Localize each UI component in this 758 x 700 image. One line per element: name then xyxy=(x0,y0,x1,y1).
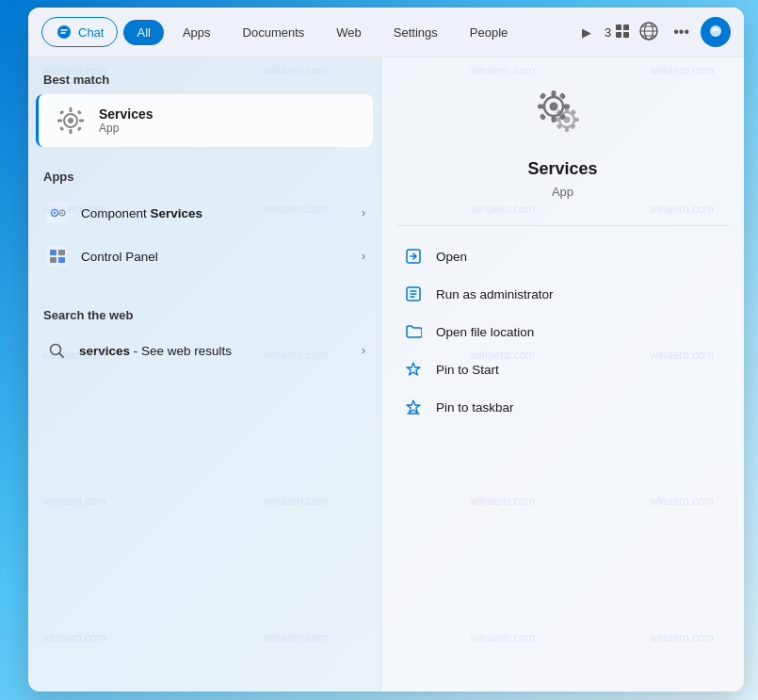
app-detail-name: Services xyxy=(527,159,597,179)
globe-icon xyxy=(638,21,659,44)
search-web-item[interactable]: services - See web results › xyxy=(28,330,380,371)
svg-line-32 xyxy=(59,353,63,357)
run-admin-icon xyxy=(404,285,423,303)
chevron-icon: › xyxy=(362,206,365,220)
pin-taskbar-icon xyxy=(404,398,423,416)
svg-rect-13 xyxy=(70,107,73,112)
svg-rect-29 xyxy=(50,257,56,263)
settings-label: Settings xyxy=(394,25,438,40)
cortana-icon xyxy=(707,23,724,42)
web-label: Web xyxy=(336,25,362,40)
svg-rect-15 xyxy=(57,120,62,122)
component-services-left: Component Services xyxy=(43,199,202,227)
svg-rect-3 xyxy=(616,32,621,38)
best-match-title: Services xyxy=(99,106,153,122)
svg-rect-27 xyxy=(50,250,56,255)
best-match-label: Best match xyxy=(28,57,380,94)
apps-grid-icon xyxy=(615,24,630,41)
svg-rect-45 xyxy=(551,90,556,97)
search-web-section: Search the web services - See web result… xyxy=(28,285,380,379)
more-icon: ••• xyxy=(673,24,689,40)
tab-people[interactable]: People xyxy=(457,20,521,45)
list-item[interactable]: Component Services › xyxy=(28,191,380,235)
pin-start-icon xyxy=(404,360,423,379)
tab-chat[interactable]: Chat xyxy=(41,17,118,47)
globe-button[interactable] xyxy=(636,19,662,45)
svg-point-12 xyxy=(68,118,73,123)
svg-rect-48 xyxy=(563,105,570,109)
people-label: People xyxy=(470,25,508,40)
svg-rect-17 xyxy=(59,110,64,115)
run-admin-action[interactable]: Run as administrator xyxy=(381,275,744,313)
chevron-icon: › xyxy=(362,344,365,357)
svg-point-44 xyxy=(549,103,557,111)
tab-documents[interactable]: Documents xyxy=(230,20,318,45)
open-action[interactable]: Open xyxy=(381,237,744,275)
pin-taskbar-action[interactable]: Pin to taskbar xyxy=(381,388,744,426)
svg-rect-20 xyxy=(77,126,82,131)
svg-rect-30 xyxy=(58,257,65,263)
open-icon xyxy=(404,247,423,266)
chevron-icon: › xyxy=(362,250,365,263)
divider xyxy=(396,225,729,226)
svg-rect-51 xyxy=(539,113,546,121)
svg-point-10 xyxy=(710,25,721,37)
pin-start-action[interactable]: Pin to Start xyxy=(381,350,744,388)
badge-count: 3 xyxy=(605,25,611,40)
chat-label: Chat xyxy=(78,25,104,40)
badge-button[interactable]: 3 xyxy=(605,24,630,41)
component-services-text: Component Services xyxy=(81,206,202,220)
tab-all[interactable]: All xyxy=(123,20,163,45)
search-item-left: services - See web results xyxy=(43,337,232,364)
best-match-text: Services App xyxy=(99,106,153,135)
svg-rect-26 xyxy=(47,246,68,267)
start-menu: Chat All Apps Documents Web Settings Peo… xyxy=(28,8,744,692)
open-file-location-action[interactable]: Open file location xyxy=(381,313,744,350)
services-icon xyxy=(54,104,88,138)
app-icon-large xyxy=(533,86,593,146)
svg-point-23 xyxy=(54,212,56,214)
apps-section-label: Apps xyxy=(28,155,380,191)
cortana-button[interactable] xyxy=(701,17,731,47)
action-list: Open Run as administrator xyxy=(381,234,744,430)
svg-rect-14 xyxy=(70,129,73,134)
more-button[interactable]: ••• xyxy=(668,22,695,42)
folder-icon xyxy=(404,322,423,341)
best-match-item[interactable]: Services App xyxy=(36,94,373,147)
play-icon: ▶ xyxy=(582,25,591,40)
control-panel-text: Control Panel xyxy=(81,250,158,264)
pin-taskbar-label: Pin to taskbar xyxy=(436,400,514,415)
app-detail-type: App xyxy=(552,185,573,199)
apps-label: Apps xyxy=(183,25,211,40)
svg-point-25 xyxy=(61,212,63,214)
left-panel: Best match xyxy=(28,57,381,692)
tab-web[interactable]: Web xyxy=(323,20,375,45)
list-item[interactable]: Control Panel › xyxy=(28,235,380,278)
svg-rect-16 xyxy=(79,120,84,122)
play-button[interactable]: ▶ xyxy=(574,20,599,44)
search-web-label: Search the web xyxy=(28,293,380,330)
svg-rect-4 xyxy=(623,32,629,38)
tab-apps[interactable]: Apps xyxy=(169,20,224,45)
run-admin-label: Run as administrator xyxy=(436,287,554,301)
svg-point-0 xyxy=(57,25,71,39)
right-panel: Services App Open xyxy=(381,57,744,692)
chat-teams-icon xyxy=(56,24,73,41)
tab-bar: Chat All Apps Documents Web Settings Peo… xyxy=(28,8,744,57)
svg-rect-19 xyxy=(59,126,64,131)
control-panel-icon xyxy=(43,242,72,270)
search-web-icon xyxy=(43,337,70,364)
svg-rect-18 xyxy=(77,110,82,115)
open-label: Open xyxy=(436,250,467,264)
search-query-text: services - See web results xyxy=(79,344,232,358)
app-detail: Services App xyxy=(381,57,744,218)
svg-rect-49 xyxy=(539,92,546,100)
best-match-subtitle: App xyxy=(99,122,153,135)
tab-settings[interactable]: Settings xyxy=(380,20,451,45)
svg-rect-36 xyxy=(565,126,569,132)
documents-label: Documents xyxy=(243,25,305,40)
component-services-icon xyxy=(43,199,72,227)
svg-rect-28 xyxy=(58,250,65,255)
open-file-location-label: Open file location xyxy=(436,325,534,339)
all-label: All xyxy=(137,25,150,40)
